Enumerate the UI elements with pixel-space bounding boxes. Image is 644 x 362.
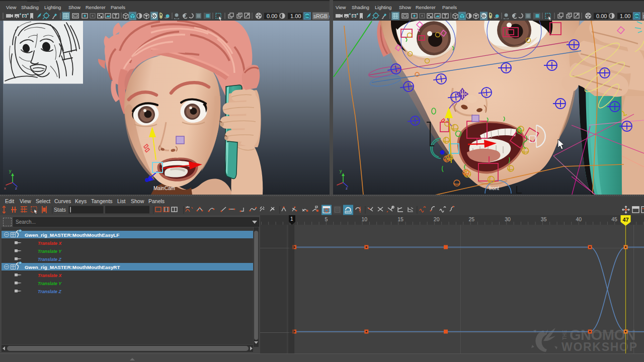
svg-text:MainCam: MainCam	[153, 186, 175, 191]
svg-text:5: 5	[325, 216, 328, 222]
svg-text:Gwen_rig_MASTER:MouthMouthEasy: Gwen_rig_MASTER:MouthMouthEasyRT	[25, 264, 120, 270]
svg-text:47: 47	[623, 217, 629, 223]
svg-text:Stats: Stats	[54, 207, 66, 213]
svg-text:Translate X: Translate X	[38, 273, 62, 278]
svg-text:20: 20	[434, 216, 440, 222]
svg-text:y: y	[340, 168, 342, 173]
svg-text:30: 30	[505, 216, 511, 222]
svg-text:40: 40	[576, 216, 582, 222]
svg-text:1: 1	[290, 216, 293, 222]
svg-text:y: y	[9, 168, 12, 173]
svg-text:Translate X: Translate X	[38, 241, 62, 246]
svg-text:Translate Y: Translate Y	[38, 281, 62, 286]
svg-text:Translate Z: Translate Z	[38, 289, 61, 294]
svg-text:15: 15	[397, 216, 404, 222]
svg-text:z: z	[15, 186, 17, 191]
svg-text:Translate Z: Translate Z	[38, 257, 61, 262]
svg-text:z: z	[346, 186, 348, 191]
svg-text:x: x	[4, 186, 6, 191]
svg-text:45: 45	[611, 216, 617, 222]
svg-text:front: front	[489, 186, 499, 191]
svg-text:25: 25	[469, 216, 475, 222]
svg-text:Gwen_rig_MASTER:MouthMouthEasy: Gwen_rig_MASTER:MouthMouthEasyLF	[25, 232, 119, 238]
svg-text:35: 35	[541, 216, 547, 222]
svg-text:Translate Y: Translate Y	[38, 249, 62, 254]
svg-text:10: 10	[362, 216, 368, 222]
